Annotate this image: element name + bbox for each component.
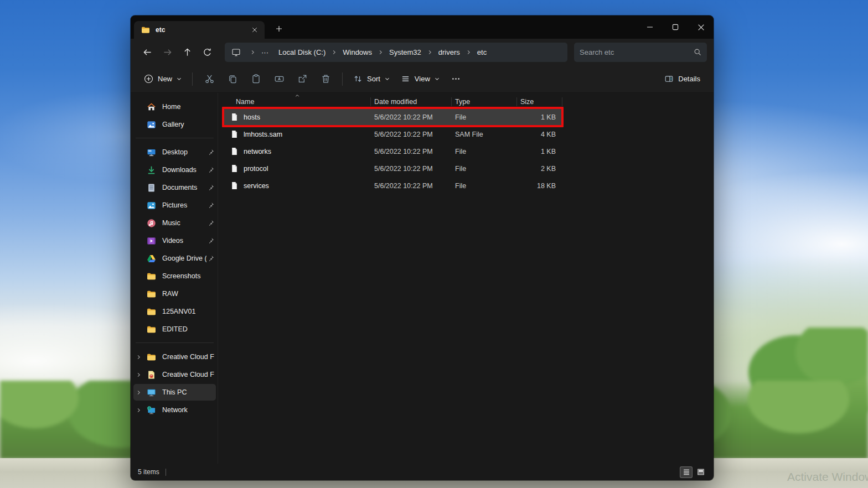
chevron-slot (136, 273, 147, 279)
view-icon (401, 74, 410, 84)
column-header-label: Size (520, 98, 534, 106)
search-icon (694, 48, 701, 56)
sidebar-item-google-drive-g[interactable]: Google Drive (G: (133, 250, 216, 267)
file-row-services[interactable]: services5/6/2022 10:22 PMFile18 KB (224, 177, 562, 194)
large-icons-view-toggle[interactable] (695, 467, 706, 477)
file-date-cell: 5/6/2022 10:22 PM (371, 131, 452, 138)
file-size-cell: 2 KB (517, 165, 562, 173)
file-size-cell: 18 KB (517, 182, 562, 190)
sort-button[interactable]: Sort (348, 70, 395, 89)
forward-button[interactable] (157, 43, 177, 61)
breadcrumb-etc[interactable]: etc (477, 48, 487, 56)
details-view-toggle[interactable] (680, 467, 692, 477)
navigation-bar: ···Local Disk (C:)WindowsSystem32drivers… (131, 39, 714, 65)
breadcrumb-drivers[interactable]: drivers (438, 48, 460, 56)
chevron-slot (136, 149, 147, 155)
sidebar-item-screenshots[interactable]: Screenshots (133, 268, 216, 284)
close-icon (252, 27, 257, 33)
share-button[interactable] (291, 70, 314, 89)
cut-icon (204, 74, 215, 84)
sidebar-item-documents[interactable]: Documents (133, 179, 216, 196)
sidebar-item-125anv01[interactable]: 125ANV01 (133, 303, 216, 320)
delete-button[interactable] (314, 70, 337, 89)
window-controls (637, 15, 714, 39)
column-header-label: Type (455, 98, 470, 106)
new-tab-button[interactable] (271, 21, 287, 37)
forward-icon (163, 48, 172, 57)
view-toggles (680, 467, 706, 477)
minimize-button[interactable] (637, 15, 663, 39)
file-date-cell: 5/6/2022 10:22 PM (371, 182, 452, 190)
search-box[interactable] (574, 43, 707, 62)
details-button-label: Details (678, 75, 700, 83)
breadcrumb-local-disk-c[interactable]: Local Disk (C:) (278, 48, 326, 56)
maximize-button[interactable] (663, 15, 688, 39)
chevron-slot (136, 390, 147, 395)
sidebar-item-creative-cloud-files[interactable]: Creative Cloud Files (133, 349, 216, 365)
file-row-lmhosts-sam[interactable]: lmhosts.sam5/6/2022 10:22 PMSAM File4 KB (224, 126, 562, 143)
file-name-cell: protocol (224, 164, 371, 173)
sidebar-item-gallery[interactable]: Gallery (133, 116, 216, 133)
chevron-down-icon (177, 76, 182, 81)
details-pane-button[interactable]: Details (659, 70, 706, 89)
activate-windows-watermark: Activate Windows (787, 470, 868, 484)
rename-button[interactable] (267, 70, 291, 89)
chevron-slot (136, 122, 147, 127)
sidebar-item-pictures[interactable]: Pictures (133, 197, 216, 214)
chevron-right-icon (427, 50, 432, 55)
sidebar-item-edited[interactable]: EDITED (133, 321, 216, 338)
sidebar-item-label: Gallery (162, 121, 214, 128)
refresh-button[interactable] (197, 43, 217, 61)
sidebar-item-downloads[interactable]: Downloads (133, 162, 216, 178)
sidebar-item-label: This PC (162, 388, 214, 396)
cut-button[interactable] (198, 70, 221, 89)
sidebar-item-label: Music (162, 219, 206, 227)
back-button[interactable] (137, 43, 157, 61)
sidebar-item-home[interactable]: Home (133, 98, 216, 115)
breadcrumb-overflow[interactable]: ··· (261, 48, 268, 56)
folder-icon (147, 272, 156, 281)
copy-button[interactable] (221, 70, 244, 89)
up-button[interactable] (177, 43, 197, 61)
file-name: protocol (244, 165, 268, 173)
more-options-button[interactable] (445, 70, 467, 89)
back-icon (143, 48, 152, 57)
cc-file-icon (147, 370, 156, 380)
tab-close-button[interactable] (248, 23, 261, 37)
file-icon (230, 181, 239, 190)
breadcrumb-windows[interactable]: Windows (343, 48, 372, 56)
pin-icon (208, 202, 214, 209)
paste-button[interactable] (244, 70, 267, 89)
tab-label: etc (156, 26, 248, 34)
sidebar-item-label: Creative Cloud Files (162, 371, 214, 378)
address-bar[interactable]: ···Local Disk (C:)WindowsSystem32drivers… (225, 43, 567, 62)
search-input[interactable] (580, 48, 690, 56)
chevron-slot (136, 203, 147, 208)
file-name-cell: lmhosts.sam (224, 130, 371, 138)
chevron-slot (136, 291, 147, 297)
sidebar-item-raw[interactable]: RAW (133, 285, 216, 302)
titlebar[interactable]: etc (131, 15, 714, 39)
close-button[interactable] (688, 15, 714, 39)
new-button[interactable]: New (138, 70, 187, 89)
sidebar-item-this-pc[interactable]: This PC (133, 384, 216, 401)
sidebar-item-network[interactable]: Network (133, 402, 216, 418)
sidebar-item-music[interactable]: Music (133, 215, 216, 231)
highlight-box (222, 107, 564, 127)
file-row-networks[interactable]: networks5/6/2022 10:22 PMFile1 KB (224, 143, 562, 160)
sidebar-item-videos[interactable]: Videos (133, 232, 216, 249)
sidebar-item-creative-cloud-files[interactable]: Creative Cloud Files (133, 366, 216, 383)
chevron-slot (136, 326, 147, 332)
breadcrumb-system32[interactable]: System32 (389, 48, 421, 56)
chevron-slot (136, 407, 147, 413)
chevron-right-icon (136, 372, 141, 377)
pin-icon (208, 167, 214, 173)
view-button[interactable]: View (395, 70, 445, 89)
refresh-icon (203, 48, 212, 57)
sidebar-item-label: Documents (162, 184, 206, 191)
chevron-slot (136, 372, 147, 377)
sidebar-item-desktop[interactable]: Desktop (133, 144, 216, 160)
file-row-protocol[interactable]: protocol5/6/2022 10:22 PMFile2 KB (224, 160, 562, 177)
file-date-cell: 5/6/2022 10:22 PM (371, 165, 452, 173)
tab-etc[interactable]: etc (134, 21, 265, 39)
